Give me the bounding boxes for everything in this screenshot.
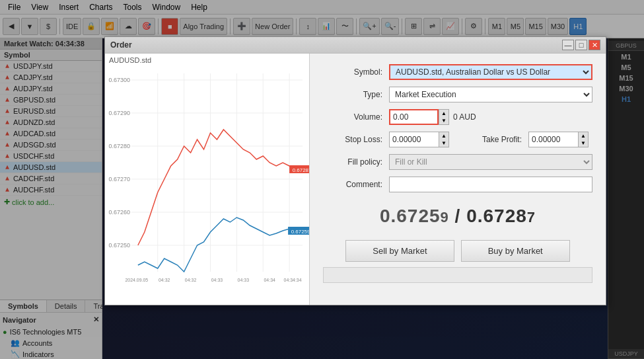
sl-spinbox-btns: ▲ ▼ bbox=[439, 132, 449, 147]
volume-label: Volume: bbox=[323, 112, 382, 122]
take-profit-input[interactable] bbox=[528, 132, 578, 147]
svg-text:0.67250: 0.67250 bbox=[109, 242, 130, 249]
dialog-minimize-btn[interactable]: — bbox=[562, 40, 574, 50]
volume-unit: 0 AUD bbox=[453, 112, 476, 122]
volume-control: ▲ ▼ 0 AUD bbox=[389, 109, 592, 125]
dialog-bottom-bar bbox=[323, 267, 592, 283]
take-profit-spinbox: ▲ ▼ bbox=[528, 132, 589, 147]
dialog-chart: AUDUSD.std 0.67300 0.67 bbox=[105, 54, 310, 305]
fill-policy-control: Fill or Kill bbox=[389, 154, 592, 170]
price-chart-svg: 0.67300 0.67290 0.67280 0.67270 0.67260 … bbox=[105, 54, 309, 305]
fill-policy-select[interactable]: Fill or Kill bbox=[389, 154, 592, 170]
svg-text:04:32: 04:32 bbox=[159, 278, 170, 282]
svg-text:0.67270: 0.67270 bbox=[109, 176, 130, 182]
buy-by-market-button[interactable]: Buy by Market bbox=[461, 240, 570, 262]
svg-text:0.67259: 0.67259 bbox=[291, 229, 309, 235]
stop-loss-spinbox: ▲ ▼ bbox=[389, 132, 449, 147]
svg-text:04:34:34: 04:34:34 bbox=[284, 278, 302, 282]
sell-by-market-button[interactable]: Sell by Market bbox=[345, 240, 454, 262]
volume-spinbox-btns: ▲ ▼ bbox=[439, 109, 449, 125]
svg-text:2024.09.05: 2024.09.05 bbox=[125, 278, 148, 282]
sl-up-btn[interactable]: ▲ bbox=[439, 132, 448, 140]
tp-down-btn[interactable]: ▼ bbox=[579, 140, 588, 147]
tp-up-btn[interactable]: ▲ bbox=[579, 132, 588, 140]
sl-tp-row: Stop Loss: ▲ ▼ Take Profit: ▲ bbox=[323, 132, 592, 147]
fill-policy-label: Fill policy: bbox=[323, 157, 382, 167]
type-select[interactable]: Market Execution bbox=[389, 87, 592, 102]
svg-text:0.67290: 0.67290 bbox=[109, 110, 130, 116]
dialog-form: Symbol: AUDUSD.std, Australian Dollar vs… bbox=[310, 54, 606, 305]
volume-up-btn[interactable]: ▲ bbox=[439, 110, 448, 117]
svg-text:04:33: 04:33 bbox=[211, 278, 223, 282]
type-label: Type: bbox=[323, 90, 382, 99]
symbol-select[interactable]: AUDUSD.std, Australian Dollar vs US Doll… bbox=[389, 64, 592, 80]
dialog-title: Order bbox=[110, 40, 132, 50]
dialog-close-btn[interactable]: ✕ bbox=[589, 40, 600, 50]
svg-text:04:33: 04:33 bbox=[238, 278, 250, 282]
volume-input[interactable] bbox=[389, 109, 439, 125]
fill-policy-row: Fill policy: Fill or Kill bbox=[323, 154, 592, 170]
sell-price-display: 0.67259 bbox=[380, 206, 455, 226]
type-control: Market Execution bbox=[389, 87, 592, 102]
price-display: 0.67259 / 0.67287 bbox=[323, 199, 592, 233]
svg-text:0.67280: 0.67280 bbox=[109, 143, 130, 149]
volume-down-btn[interactable]: ▼ bbox=[439, 117, 448, 124]
comment-control bbox=[389, 177, 592, 192]
dialog-controls: — □ ✕ bbox=[562, 40, 600, 50]
type-row: Type: Market Execution bbox=[323, 87, 592, 102]
price-separator: / bbox=[455, 206, 467, 226]
tp-spinbox-btns: ▲ ▼ bbox=[578, 132, 589, 147]
volume-spinbox: ▲ ▼ bbox=[389, 109, 449, 125]
buy-price-display: 0.67287 bbox=[466, 206, 536, 226]
symbol-row: Symbol: AUDUSD.std, Australian Dollar vs… bbox=[323, 64, 592, 80]
take-profit-group: Take Profit: ▲ ▼ bbox=[462, 132, 589, 147]
dialog-restore-btn[interactable]: □ bbox=[575, 40, 587, 50]
buy-price-main: 0.6728 bbox=[466, 206, 527, 226]
buy-price-sub: 7 bbox=[527, 209, 536, 225]
dialog-body: AUDUSD.std 0.67300 0.67 bbox=[105, 54, 606, 305]
stop-loss-group: Stop Loss: ▲ ▼ bbox=[323, 132, 449, 147]
sl-down-btn[interactable]: ▼ bbox=[439, 140, 448, 147]
svg-text:04:32: 04:32 bbox=[185, 278, 197, 282]
chart-symbol-label: AUDUSD.std bbox=[109, 56, 151, 64]
take-profit-label: Take Profit: bbox=[462, 135, 522, 144]
dialog-titlebar: Order — □ ✕ bbox=[105, 37, 606, 54]
svg-text:0.67287: 0.67287 bbox=[293, 167, 309, 173]
sell-price-sub: 9 bbox=[441, 209, 449, 225]
comment-row: Comment: bbox=[323, 177, 592, 192]
action-buttons: Sell by Market Buy by Market bbox=[323, 240, 592, 262]
stop-loss-label: Stop Loss: bbox=[323, 135, 382, 144]
comment-input[interactable] bbox=[389, 177, 592, 192]
symbol-control: AUDUSD.std, Australian Dollar vs US Doll… bbox=[389, 64, 592, 80]
svg-text:04:34: 04:34 bbox=[264, 278, 275, 282]
symbol-label: Symbol: bbox=[323, 67, 382, 77]
comment-label: Comment: bbox=[323, 180, 382, 189]
order-dialog: Order — □ ✕ AUDUSD.std bbox=[104, 36, 606, 305]
sell-price-main: 0.6725 bbox=[380, 206, 441, 226]
volume-row: Volume: ▲ ▼ 0 AUD bbox=[323, 109, 592, 125]
svg-text:0.67300: 0.67300 bbox=[109, 77, 130, 83]
stop-loss-input[interactable] bbox=[389, 132, 439, 147]
svg-text:0.67260: 0.67260 bbox=[109, 209, 130, 216]
